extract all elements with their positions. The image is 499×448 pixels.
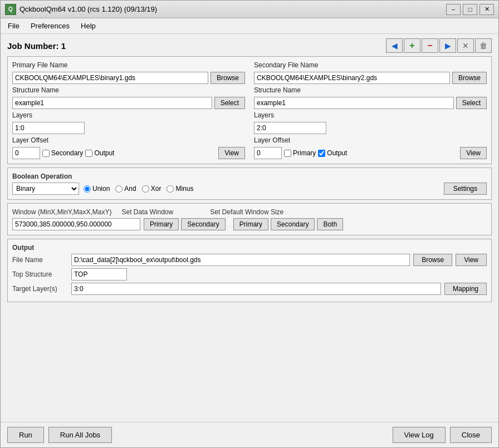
output-structure-row: Top Structure	[12, 268, 487, 280]
main-window: Q QckboolQm64 v1.00 (rcs 1.120) (09/13/1…	[0, 0, 499, 448]
minimize-btn[interactable]: −	[446, 4, 461, 15]
primary-secondary-checkbox[interactable]	[42, 150, 50, 157]
boolean-op-select[interactable]: Binary Unary	[12, 183, 79, 195]
delete-btn[interactable]: 🗑	[475, 38, 492, 53]
target-layers-label: Target Layer(s)	[12, 285, 68, 293]
primary-select-btn[interactable]: Select	[214, 97, 245, 109]
prev-job-btn[interactable]: ◀	[386, 38, 403, 53]
primary-offset-row: Secondary Output View	[12, 147, 245, 159]
job-header: Job Number: 1 ◀ + − ▶ ✕ 🗑	[7, 38, 492, 53]
secondary-select-btn[interactable]: Select	[456, 97, 487, 109]
secondary-primary-checkbox[interactable]	[284, 150, 291, 157]
secondary-file-label: Secondary File Name	[254, 61, 487, 69]
secondary-output-cb-label[interactable]: Output	[318, 149, 347, 157]
secondary-file-row: Browse	[254, 72, 487, 84]
primary-browse-btn[interactable]: Browse	[211, 72, 245, 84]
cancel-btn[interactable]: ✕	[457, 38, 474, 53]
top-structure-input[interactable]	[71, 268, 127, 280]
toolbar: ◀ + − ▶ ✕ 🗑	[386, 38, 492, 53]
set-default-secondary-btn[interactable]: Secondary	[271, 218, 315, 230]
secondary-structure-row: Select	[254, 97, 487, 109]
app-icon: Q	[5, 4, 16, 15]
main-content: Job Number: 1 ◀ + − ▶ ✕ 🗑 Primary File N…	[1, 34, 498, 422]
title-bar: Q QckboolQm64 v1.00 (rcs 1.120) (09/13/1…	[1, 1, 498, 18]
minus-radio-label[interactable]: Minus	[167, 185, 193, 193]
union-radio-label[interactable]: Union	[84, 185, 110, 193]
union-radio[interactable]	[84, 185, 91, 193]
run-btn[interactable]: Run	[7, 427, 44, 443]
boolean-section: Boolean Operation Binary Unary Union And	[7, 168, 492, 200]
secondary-structure-input[interactable]	[254, 97, 454, 109]
bottom-right: View Log Close	[393, 427, 492, 443]
primary-view-btn[interactable]: View	[218, 147, 245, 159]
secondary-layers-label: Layers	[254, 111, 487, 119]
close-btn[interactable]: Close	[450, 427, 492, 443]
window-input-row: Primary Secondary Primary Secondary Both	[12, 218, 487, 230]
primary-file-label: Primary File Name	[12, 61, 245, 69]
primary-output-checkbox[interactable]	[85, 150, 92, 157]
set-default-primary-btn[interactable]: Primary	[233, 218, 268, 230]
secondary-file-input[interactable]	[254, 72, 450, 84]
secondary-layers-row	[254, 122, 487, 134]
secondary-layers-input[interactable]	[254, 122, 326, 134]
output-file-input[interactable]	[71, 254, 410, 266]
job-title: Job Number: 1	[7, 41, 66, 51]
primary-output-cb-label[interactable]: Output	[85, 149, 114, 157]
xor-radio[interactable]	[142, 185, 149, 193]
secondary-primary-cb-label[interactable]: Primary	[284, 149, 316, 157]
files-columns: Primary File Name Browse Structure Name …	[12, 61, 487, 159]
primary-structure-input[interactable]	[12, 97, 212, 109]
settings-btn[interactable]: Settings	[444, 183, 487, 195]
primary-layers-input[interactable]	[12, 122, 85, 134]
top-structure-label: Top Structure	[12, 270, 68, 278]
output-browse-btn[interactable]: Browse	[413, 254, 452, 266]
xor-radio-label[interactable]: Xor	[142, 185, 162, 193]
output-section: Output File Name Browse View Top Structu…	[7, 239, 492, 302]
output-view-btn[interactable]: View	[456, 254, 487, 266]
maximize-btn[interactable]: □	[463, 4, 477, 15]
close-window-btn[interactable]: ✕	[480, 4, 494, 15]
secondary-offset-row: Primary Output View	[254, 147, 487, 159]
menu-preferences[interactable]: Preferences	[26, 19, 75, 32]
view-log-btn[interactable]: View Log	[393, 427, 446, 443]
primary-layers-row	[12, 122, 245, 134]
primary-offset-input[interactable]	[12, 147, 40, 159]
secondary-offset-input[interactable]	[254, 147, 282, 159]
window-row: Window (MinX,MinY,MaxX,MaxY) Set Data Wi…	[12, 208, 487, 216]
output-target-row: Target Layer(s) Mapping	[12, 283, 487, 295]
set-data-window-label: Set Data Window	[122, 208, 174, 216]
primary-file-row: Browse	[12, 72, 245, 84]
remove-job-btn[interactable]: −	[422, 38, 438, 53]
run-all-btn[interactable]: Run All Jobs	[48, 427, 112, 443]
window-section: Window (MinX,MinY,MaxX,MaxY) Set Data Wi…	[7, 203, 492, 235]
menu-help[interactable]: Help	[76, 19, 101, 32]
set-default-both-btn[interactable]: Both	[317, 218, 343, 230]
bottom-left: Run Run All Jobs	[7, 427, 112, 443]
set-data-primary-btn[interactable]: Primary	[144, 218, 179, 230]
output-file-label: File Name	[12, 256, 68, 264]
menu-file[interactable]: File	[3, 19, 25, 32]
secondary-output-checkbox[interactable]	[318, 150, 325, 157]
secondary-col: Secondary File Name Browse Structure Nam…	[254, 61, 487, 159]
files-section: Primary File Name Browse Structure Name …	[7, 56, 492, 164]
next-job-btn[interactable]: ▶	[439, 38, 456, 53]
and-radio-label[interactable]: And	[115, 185, 136, 193]
window-coords-input[interactable]	[12, 218, 140, 230]
mapping-btn[interactable]: Mapping	[444, 283, 487, 295]
target-layers-input[interactable]	[71, 283, 441, 295]
minus-radio[interactable]	[167, 185, 174, 193]
and-radio[interactable]	[115, 185, 123, 193]
add-job-btn[interactable]: +	[404, 38, 420, 53]
primary-col: Primary File Name Browse Structure Name …	[12, 61, 245, 159]
primary-file-input[interactable]	[12, 72, 208, 84]
boolean-radio-group: Union And Xor Minus	[84, 185, 193, 193]
primary-secondary-cb-label[interactable]: Secondary	[42, 149, 83, 157]
secondary-browse-btn[interactable]: Browse	[452, 72, 487, 84]
set-default-label: Set Default Window Size	[210, 208, 283, 216]
boolean-op-row: Binary Unary Union And Xor	[12, 183, 487, 195]
set-data-secondary-btn[interactable]: Secondary	[181, 218, 225, 230]
set-data-buttons: Primary Secondary	[144, 218, 226, 230]
primary-offset-label: Layer Offset	[12, 136, 245, 144]
secondary-view-btn[interactable]: View	[460, 147, 487, 159]
secondary-offset-label: Layer Offset	[254, 136, 487, 144]
